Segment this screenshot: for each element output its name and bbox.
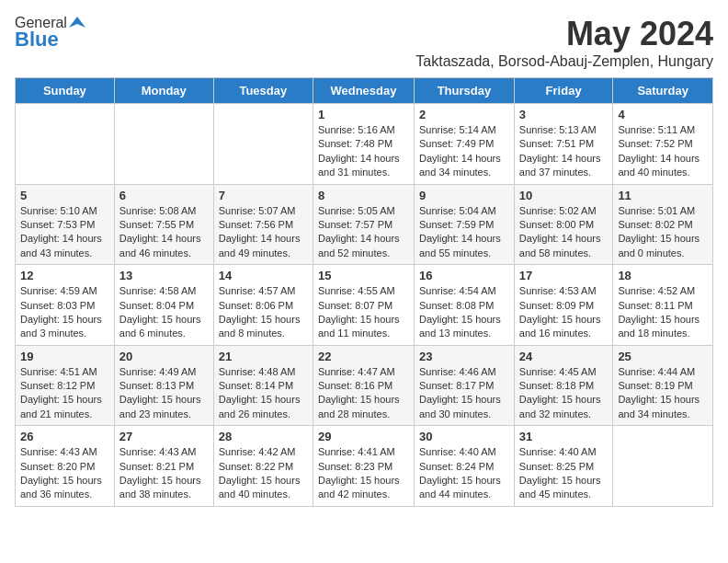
day-info: Sunrise: 5:14 AM Sunset: 7:49 PM Dayligh… <box>419 123 509 180</box>
day-info: Sunrise: 5:10 AM Sunset: 7:53 PM Dayligh… <box>20 204 109 261</box>
calendar-cell: 4Sunrise: 5:11 AM Sunset: 7:52 PM Daylig… <box>613 104 713 185</box>
weekday-header-tuesday: Tuesday <box>213 78 313 104</box>
day-number: 23 <box>419 350 509 363</box>
day-info: Sunrise: 4:52 AM Sunset: 8:11 PM Dayligh… <box>618 284 708 341</box>
day-number: 17 <box>519 269 609 282</box>
calendar-table: SundayMondayTuesdayWednesdayThursdayFrid… <box>15 77 713 507</box>
day-number: 9 <box>419 189 509 202</box>
logo-bird-icon <box>69 15 85 31</box>
day-info: Sunrise: 5:01 AM Sunset: 8:02 PM Dayligh… <box>618 204 708 261</box>
day-number: 3 <box>519 108 609 121</box>
day-number: 15 <box>318 269 409 282</box>
svg-marker-0 <box>69 17 85 28</box>
logo: General Blue <box>15 15 85 52</box>
calendar-cell: 14Sunrise: 4:57 AM Sunset: 8:06 PM Dayli… <box>213 265 313 346</box>
day-info: Sunrise: 5:07 AM Sunset: 7:56 PM Dayligh… <box>219 204 308 261</box>
day-number: 2 <box>419 108 509 121</box>
day-number: 18 <box>618 269 708 282</box>
calendar-cell: 9Sunrise: 5:04 AM Sunset: 7:59 PM Daylig… <box>415 184 515 265</box>
day-number: 28 <box>219 430 308 443</box>
calendar-cell <box>613 426 713 507</box>
location-title: Taktaszada, Borsod-Abauj-Zemplen, Hungar… <box>415 53 713 70</box>
weekday-header-wednesday: Wednesday <box>313 78 414 104</box>
day-number: 31 <box>519 430 609 443</box>
day-number: 8 <box>318 189 409 202</box>
day-info: Sunrise: 5:02 AM Sunset: 8:00 PM Dayligh… <box>519 204 609 261</box>
day-number: 7 <box>219 189 308 202</box>
day-number: 26 <box>20 430 109 443</box>
day-number: 1 <box>318 108 409 121</box>
calendar-cell: 8Sunrise: 5:05 AM Sunset: 7:57 PM Daylig… <box>313 184 414 265</box>
day-info: Sunrise: 5:05 AM Sunset: 7:57 PM Dayligh… <box>318 204 409 261</box>
day-info: Sunrise: 4:44 AM Sunset: 8:19 PM Dayligh… <box>618 365 708 422</box>
calendar-cell: 24Sunrise: 4:45 AM Sunset: 8:18 PM Dayli… <box>514 345 613 426</box>
day-info: Sunrise: 4:46 AM Sunset: 8:17 PM Dayligh… <box>419 365 509 422</box>
day-info: Sunrise: 4:53 AM Sunset: 8:09 PM Dayligh… <box>519 284 609 341</box>
calendar-cell: 11Sunrise: 5:01 AM Sunset: 8:02 PM Dayli… <box>613 184 713 265</box>
calendar-cell: 18Sunrise: 4:52 AM Sunset: 8:11 PM Dayli… <box>613 265 713 346</box>
day-info: Sunrise: 4:40 AM Sunset: 8:24 PM Dayligh… <box>419 445 509 502</box>
day-info: Sunrise: 5:13 AM Sunset: 7:51 PM Dayligh… <box>519 123 609 180</box>
day-info: Sunrise: 4:40 AM Sunset: 8:25 PM Dayligh… <box>519 445 609 502</box>
calendar-cell: 13Sunrise: 4:58 AM Sunset: 8:04 PM Dayli… <box>114 265 213 346</box>
calendar-cell: 17Sunrise: 4:53 AM Sunset: 8:09 PM Dayli… <box>514 265 613 346</box>
day-number: 5 <box>20 189 109 202</box>
calendar-cell: 15Sunrise: 4:55 AM Sunset: 8:07 PM Dayli… <box>313 265 414 346</box>
day-number: 4 <box>618 108 708 121</box>
weekday-header-thursday: Thursday <box>415 78 515 104</box>
day-info: Sunrise: 4:47 AM Sunset: 8:16 PM Dayligh… <box>318 365 409 422</box>
day-number: 6 <box>119 189 209 202</box>
weekday-header-sunday: Sunday <box>16 78 115 104</box>
calendar-cell: 10Sunrise: 5:02 AM Sunset: 8:00 PM Dayli… <box>514 184 613 265</box>
day-info: Sunrise: 4:49 AM Sunset: 8:13 PM Dayligh… <box>119 365 209 422</box>
day-info: Sunrise: 4:59 AM Sunset: 8:03 PM Dayligh… <box>20 284 109 341</box>
day-info: Sunrise: 5:16 AM Sunset: 7:48 PM Dayligh… <box>318 123 409 180</box>
page-header: General Blue May 2024 Taktaszada, Borsod… <box>15 15 713 70</box>
calendar-cell: 31Sunrise: 4:40 AM Sunset: 8:25 PM Dayli… <box>514 426 613 507</box>
weekday-header-monday: Monday <box>114 78 213 104</box>
calendar-cell: 25Sunrise: 4:44 AM Sunset: 8:19 PM Dayli… <box>613 345 713 426</box>
calendar-cell <box>114 104 213 185</box>
day-info: Sunrise: 4:43 AM Sunset: 8:20 PM Dayligh… <box>20 445 109 502</box>
calendar-cell: 22Sunrise: 4:47 AM Sunset: 8:16 PM Dayli… <box>313 345 414 426</box>
calendar-cell: 7Sunrise: 5:07 AM Sunset: 7:56 PM Daylig… <box>213 184 313 265</box>
calendar-cell: 28Sunrise: 4:42 AM Sunset: 8:22 PM Dayli… <box>213 426 313 507</box>
calendar-cell <box>213 104 313 185</box>
day-number: 25 <box>618 350 708 363</box>
day-info: Sunrise: 5:11 AM Sunset: 7:52 PM Dayligh… <box>618 123 708 180</box>
calendar-cell: 12Sunrise: 4:59 AM Sunset: 8:03 PM Dayli… <box>16 265 115 346</box>
calendar-cell <box>16 104 115 185</box>
day-info: Sunrise: 4:43 AM Sunset: 8:21 PM Dayligh… <box>119 445 209 502</box>
calendar-cell: 21Sunrise: 4:48 AM Sunset: 8:14 PM Dayli… <box>213 345 313 426</box>
day-info: Sunrise: 4:42 AM Sunset: 8:22 PM Dayligh… <box>219 445 308 502</box>
calendar-cell: 29Sunrise: 4:41 AM Sunset: 8:23 PM Dayli… <box>313 426 414 507</box>
day-number: 22 <box>318 350 409 363</box>
day-number: 24 <box>519 350 609 363</box>
calendar-cell: 20Sunrise: 4:49 AM Sunset: 8:13 PM Dayli… <box>114 345 213 426</box>
day-number: 11 <box>618 189 708 202</box>
day-info: Sunrise: 4:54 AM Sunset: 8:08 PM Dayligh… <box>419 284 509 341</box>
calendar-cell: 6Sunrise: 5:08 AM Sunset: 7:55 PM Daylig… <box>114 184 213 265</box>
day-number: 16 <box>419 269 509 282</box>
logo-blue-text: Blue <box>15 28 59 52</box>
day-info: Sunrise: 4:51 AM Sunset: 8:12 PM Dayligh… <box>20 365 109 422</box>
calendar-cell: 16Sunrise: 4:54 AM Sunset: 8:08 PM Dayli… <box>415 265 515 346</box>
day-info: Sunrise: 4:45 AM Sunset: 8:18 PM Dayligh… <box>519 365 609 422</box>
day-number: 13 <box>119 269 209 282</box>
day-number: 14 <box>219 269 308 282</box>
title-block: May 2024 Taktaszada, Borsod-Abauj-Zemple… <box>415 15 713 70</box>
calendar-cell: 1Sunrise: 5:16 AM Sunset: 7:48 PM Daylig… <box>313 104 414 185</box>
day-number: 20 <box>119 350 209 363</box>
calendar-cell: 3Sunrise: 5:13 AM Sunset: 7:51 PM Daylig… <box>514 104 613 185</box>
weekday-header-saturday: Saturday <box>613 78 713 104</box>
calendar-cell: 30Sunrise: 4:40 AM Sunset: 8:24 PM Dayli… <box>415 426 515 507</box>
day-info: Sunrise: 5:04 AM Sunset: 7:59 PM Dayligh… <box>419 204 509 261</box>
day-number: 10 <box>519 189 609 202</box>
calendar-cell: 19Sunrise: 4:51 AM Sunset: 8:12 PM Dayli… <box>16 345 115 426</box>
month-title: May 2024 <box>415 15 713 53</box>
day-number: 12 <box>20 269 109 282</box>
day-number: 21 <box>219 350 308 363</box>
day-info: Sunrise: 4:57 AM Sunset: 8:06 PM Dayligh… <box>219 284 308 341</box>
day-number: 29 <box>318 430 409 443</box>
day-info: Sunrise: 4:58 AM Sunset: 8:04 PM Dayligh… <box>119 284 209 341</box>
